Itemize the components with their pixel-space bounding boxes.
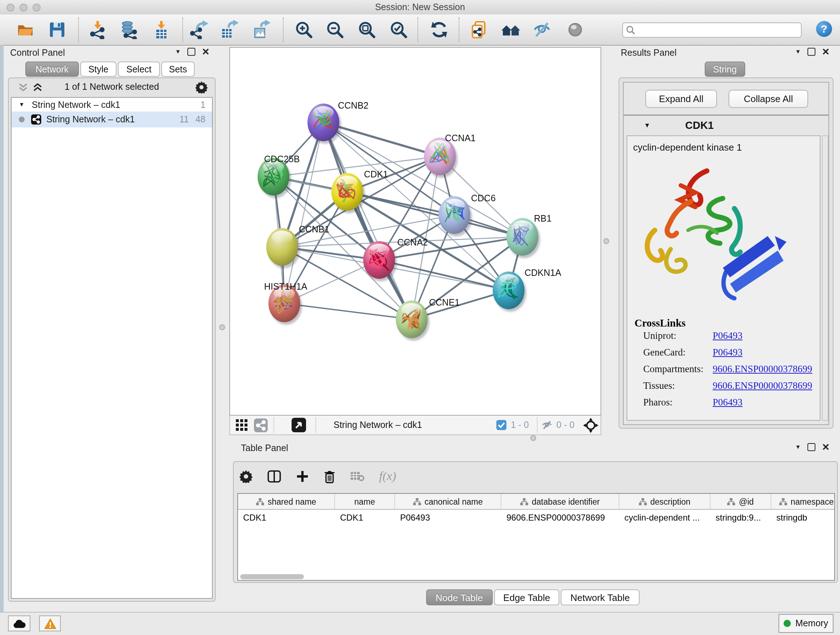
network-node-CCNB2[interactable]: CCNB2: [308, 100, 369, 144]
crosslink-link[interactable]: P06493: [713, 330, 743, 342]
cloud-button[interactable]: [8, 616, 30, 631]
panel-float-icon[interactable]: [807, 443, 815, 451]
crosslink-link[interactable]: P06493: [713, 347, 743, 358]
tab-network[interactable]: Network: [25, 62, 79, 77]
right-splitter-handle[interactable]: [603, 238, 609, 244]
network-edge-HIST1H1A-CCNE1[interactable]: [284, 303, 412, 319]
table-cell[interactable]: 9606.ENSP00000378699: [501, 510, 619, 525]
tab-node-table[interactable]: Node Table: [426, 589, 493, 605]
export-image-icon[interactable]: [249, 18, 274, 41]
table-row[interactable]: CDK1CDK1P064939606.ENSP00000378699cyclin…: [238, 510, 834, 525]
delete-table-icon: [350, 470, 365, 482]
zoom-selected-icon[interactable]: [386, 18, 411, 41]
column-header-canonical-name[interactable]: canonical name: [395, 494, 501, 509]
table-cell[interactable]: stringdb:9...: [711, 510, 771, 525]
expand-all-button[interactable]: Expand All: [645, 90, 717, 108]
collapse-all-button[interactable]: Collapse All: [729, 90, 808, 108]
tab-string[interactable]: String: [705, 62, 745, 77]
network-edge-CCNB2-CCNE1[interactable]: [324, 122, 412, 319]
network-overview-houses-icon[interactable]: [499, 18, 523, 41]
selected-checkbox-icon[interactable]: [496, 420, 507, 430]
export-network-icon[interactable]: [187, 18, 211, 41]
search-field[interactable]: [622, 22, 802, 38]
network-node-CCNE1[interactable]: CCNE1: [396, 297, 460, 340]
network-node-RB1[interactable]: RB1: [507, 213, 552, 258]
memory-button[interactable]: Memory: [778, 614, 834, 633]
protein-description: cyclin-dependent kinase 1: [633, 142, 742, 153]
zoom-in-icon[interactable]: [292, 18, 316, 41]
update-network-icon[interactable]: [427, 18, 452, 41]
import-table-file-icon[interactable]: [149, 18, 174, 41]
network-node-CCNA2[interactable]: CCNA2: [363, 237, 428, 281]
column-header-description[interactable]: description: [619, 494, 711, 509]
table-cell[interactable]: P06493: [395, 510, 501, 525]
collapse-arrow-icon[interactable]: ▼: [644, 122, 651, 129]
tab-network-table[interactable]: Network Table: [561, 589, 639, 605]
tab-style[interactable]: Style: [80, 62, 117, 77]
zoom-out-icon[interactable]: [323, 18, 347, 41]
network-collection-row[interactable]: ▼ String Network – cdk1 1: [11, 98, 212, 111]
network-row-selected[interactable]: String Network – cdk1 11 48: [11, 111, 212, 127]
table-options-gear-icon[interactable]: [240, 470, 253, 483]
tab-edge-table[interactable]: Edge Table: [494, 589, 560, 605]
delete-trash-icon[interactable]: [324, 470, 336, 483]
tab-sets[interactable]: Sets: [161, 62, 195, 77]
hide-panels-eye-slash-icon[interactable]: [530, 18, 554, 41]
inspector-orb-icon[interactable]: [563, 18, 587, 41]
network-node-HIST1H1A[interactable]: HIST1H1A: [264, 281, 308, 325]
warnings-button[interactable]: [39, 616, 61, 631]
save-session-icon[interactable]: [45, 18, 69, 41]
table-cell[interactable]: stringdb: [771, 510, 835, 525]
string-view-icon[interactable]: [254, 418, 268, 432]
table-cell[interactable]: CDK1: [238, 510, 335, 525]
network-node-CCNA1[interactable]: CCNA1: [424, 133, 476, 178]
open-in-window-icon[interactable]: [292, 418, 306, 432]
gear-icon[interactable]: [195, 81, 208, 93]
column-header-namespace[interactable]: namespace: [771, 494, 835, 509]
network-node-CCNB1[interactable]: CCNB1: [266, 224, 330, 268]
column-header-shared-name[interactable]: shared name: [238, 494, 335, 509]
panel-float-icon[interactable]: [187, 48, 195, 56]
main-toolbar: ?: [0, 14, 840, 46]
add-column-icon[interactable]: [296, 470, 309, 483]
panel-menu-icon[interactable]: ▼: [175, 49, 181, 55]
zoom-fit-icon[interactable]: [355, 18, 379, 41]
column-header-database-identifier[interactable]: database identifier: [501, 494, 619, 509]
clone-network-icon[interactable]: [467, 18, 491, 41]
grid-mode-icon[interactable]: [236, 419, 248, 432]
bottom-splitter-handle[interactable]: [531, 435, 536, 441]
import-network-database-icon[interactable]: [117, 18, 141, 41]
table-cell[interactable]: CDK1: [335, 510, 395, 525]
panel-close-icon[interactable]: ✕: [202, 48, 210, 55]
column-header-@id[interactable]: @id: [711, 494, 771, 509]
network-edge-CCNB2-HIST1H1A[interactable]: [284, 122, 324, 303]
panel-menu-icon[interactable]: ▼: [795, 444, 801, 450]
table-cell[interactable]: cyclin-dependent ...: [619, 510, 711, 525]
show-columns-icon[interactable]: [267, 470, 281, 483]
birdseye-crosshair-icon[interactable]: [583, 418, 598, 433]
export-table-icon[interactable]: [218, 18, 242, 41]
results-scrollbar[interactable]: [822, 135, 829, 421]
open-session-icon[interactable]: [13, 18, 38, 41]
crosslink-link[interactable]: 9606.ENSP00000378699: [713, 380, 812, 392]
search-input[interactable]: [638, 24, 799, 36]
help-button[interactable]: ?: [816, 21, 832, 37]
column-header-name[interactable]: name: [335, 494, 395, 509]
panel-close-icon[interactable]: ✕: [822, 443, 830, 451]
control-panel-tabs: NetworkStyleSelectSets: [25, 62, 196, 77]
protein-card-header[interactable]: ▼ CDK1: [624, 116, 829, 135]
network-node-CDKN1A[interactable]: CDKN1A: [493, 268, 561, 312]
network-canvas[interactable]: CCNB2CCNA1CDC25BCDK1CDC6RB1CCNB1CCNA2CDK…: [229, 47, 601, 416]
crosslink-link[interactable]: 9606.ENSP00000378699: [713, 363, 812, 375]
tab-select[interactable]: Select: [118, 62, 160, 77]
panel-menu-icon[interactable]: ▼: [795, 49, 801, 55]
table-horizontal-scrollbar[interactable]: [240, 574, 304, 579]
left-splitter-handle[interactable]: [219, 325, 225, 330]
crosslink-link[interactable]: P06493: [713, 397, 743, 409]
column-network-icon: [779, 498, 787, 505]
panel-close-icon[interactable]: ✕: [822, 48, 830, 55]
network-node-CDC6[interactable]: CDC6: [439, 193, 496, 236]
import-network-file-icon[interactable]: [85, 18, 110, 41]
tree-expand-icon[interactable]: ▼: [19, 101, 25, 108]
panel-float-icon[interactable]: [807, 48, 815, 56]
